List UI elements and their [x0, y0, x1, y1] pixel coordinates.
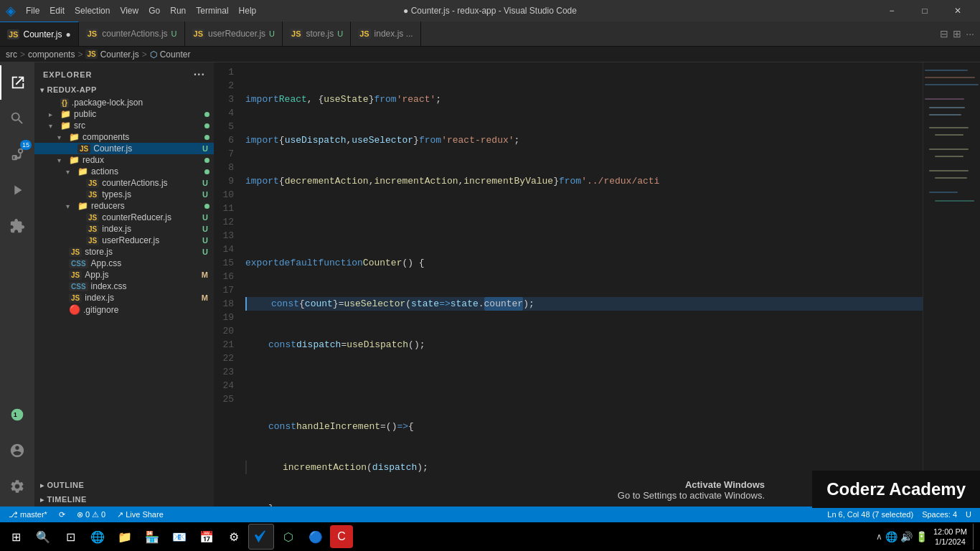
- list-item[interactable]: JS counterReducer.js U: [34, 212, 214, 223]
- timeline-section[interactable]: ▸ TIMELINE: [34, 492, 214, 507]
- layout-icon[interactable]: ⊞: [953, 28, 961, 39]
- code-line-9: const handleIncrement = () => {: [245, 420, 923, 433]
- cursor-position[interactable]: Ln 6, Col 48 (7 selected): [824, 510, 916, 519]
- activity-extensions[interactable]: [0, 209, 34, 243]
- project-header[interactable]: ▾ REDUX-APP: [34, 84, 214, 95]
- tab-user-reducer[interactable]: JS userReducer.js U: [185, 22, 283, 46]
- code-area[interactable]: 1 2 3 4 5 6 7 8 9 10 11 12 13 14 15 16 1…: [214, 62, 980, 507]
- menu-selection[interactable]: Selection: [70, 4, 114, 17]
- activity-source-control[interactable]: 15: [0, 137, 34, 171]
- svg-rect-9: [935, 134, 963, 136]
- explorer-taskbar-button[interactable]: 📁: [112, 524, 138, 550]
- sidebar-more-icon[interactable]: ···: [194, 68, 205, 81]
- activity-settings[interactable]: [0, 469, 34, 504]
- breadcrumb-components[interactable]: components: [28, 50, 75, 60]
- breadcrumb-src[interactable]: src: [6, 50, 17, 60]
- list-item[interactable]: CSS index.css: [34, 281, 214, 292]
- show-desktop-button[interactable]: [973, 524, 977, 550]
- split-editor-icon[interactable]: ⊟: [940, 28, 948, 39]
- minimize-button[interactable]: −: [875, 0, 908, 22]
- list-item[interactable]: JS counterActions.js U: [34, 177, 214, 189]
- svg-rect-5: [925, 98, 964, 100]
- tab-index[interactable]: JS index.js ...: [351, 22, 421, 46]
- calendar-button[interactable]: 📅: [194, 524, 220, 550]
- maximize-button[interactable]: □: [908, 0, 941, 22]
- taskbar-time[interactable]: 12:00 PM 1/1/2024: [930, 527, 970, 547]
- file-label: userReducer.js: [102, 235, 159, 245]
- modified-badge: U: [202, 144, 208, 153]
- list-item[interactable]: ▸ 📁 public: [34, 108, 214, 120]
- sync-button[interactable]: ⟳: [56, 510, 68, 519]
- git-icon: 🔴: [69, 304, 80, 315]
- code-editor[interactable]: import React, {useState} from 'react'; i…: [242, 62, 923, 507]
- list-item[interactable]: ▾ 📁 redux: [34, 154, 214, 166]
- list-item[interactable]: JS store.js U: [34, 246, 214, 258]
- more-actions-icon[interactable]: ···: [966, 28, 974, 39]
- list-item[interactable]: JS Counter.js U: [34, 143, 214, 154]
- list-item[interactable]: ▾ 📁 components: [34, 131, 214, 143]
- start-button[interactable]: ⊞: [3, 524, 29, 550]
- list-item[interactable]: JS types.js U: [34, 189, 214, 200]
- menu-help[interactable]: Help: [235, 4, 261, 17]
- svg-rect-7: [929, 114, 961, 116]
- network-icon[interactable]: 🌐: [885, 531, 897, 542]
- list-item[interactable]: {} .package-lock.json: [34, 97, 214, 108]
- warning-icon: ⚠: [92, 510, 99, 519]
- live-share-button[interactable]: ↗ Live Share: [114, 510, 166, 519]
- menu-go[interactable]: Go: [144, 4, 164, 17]
- outline-section[interactable]: ▸ OUTLINE: [34, 478, 214, 492]
- close-button[interactable]: ✕: [941, 0, 974, 22]
- tab-counter-actions[interactable]: JS counterActions.js U: [79, 22, 185, 46]
- js-file-icon: JS: [69, 270, 82, 280]
- menu-file[interactable]: File: [22, 4, 44, 17]
- vscode-taskbar[interactable]: [248, 524, 274, 550]
- tab-counter[interactable]: JS Counter.js ●: [0, 22, 79, 46]
- menu-edit[interactable]: Edit: [45, 4, 69, 17]
- activity-run[interactable]: [0, 173, 34, 207]
- file-label: counterActions.js: [102, 178, 167, 188]
- tab-store[interactable]: JS store.js U: [283, 22, 351, 46]
- list-item[interactable]: ▾ 📁 actions: [34, 166, 214, 177]
- breadcrumb-symbol[interactable]: Counter: [160, 50, 191, 60]
- tab-user-reducer-label: userReducer.js: [208, 29, 265, 39]
- encoding-setting[interactable]: U: [963, 510, 974, 519]
- menu-terminal[interactable]: Terminal: [192, 4, 232, 17]
- git-branch[interactable]: ⎇ master*: [6, 510, 50, 519]
- activity-explorer[interactable]: [0, 65, 34, 100]
- list-item[interactable]: ▾ 📁 reducers: [34, 200, 214, 212]
- spaces-setting[interactable]: Spaces: 4: [919, 510, 960, 519]
- breadcrumb-file[interactable]: Counter.js: [100, 50, 139, 60]
- menu-run[interactable]: Run: [166, 4, 190, 17]
- chevron-down-icon: ▾: [57, 156, 69, 164]
- nodejs-button[interactable]: ⬡: [275, 524, 301, 550]
- list-item[interactable]: 🔴 .gitignore: [34, 303, 214, 316]
- list-item[interactable]: JS index.js U: [34, 223, 214, 235]
- list-item[interactable]: CSS App.css: [34, 258, 214, 269]
- activity-remote[interactable]: 1: [0, 397, 34, 432]
- settings-taskbar-button[interactable]: ⚙: [221, 524, 247, 550]
- menu-view[interactable]: View: [116, 4, 143, 17]
- tab-store-label: store.js: [306, 29, 334, 39]
- list-item[interactable]: JS userReducer.js U: [34, 235, 214, 246]
- tab-counter-label: Counter.js: [23, 29, 62, 39]
- folder-label: actions: [91, 166, 118, 176]
- chrome-button[interactable]: 🔵: [303, 524, 329, 550]
- mail-button[interactable]: 📧: [166, 524, 192, 550]
- minimap: [923, 62, 980, 507]
- list-item[interactable]: ▾ 📁 src: [34, 120, 214, 131]
- svg-text:1: 1: [14, 411, 17, 418]
- activity-search[interactable]: [0, 101, 34, 136]
- chevron-right-icon: ▸: [40, 496, 44, 504]
- edge-button[interactable]: 🌐: [85, 524, 110, 550]
- errors-count[interactable]: ⊗ 0 ⚠ 0: [74, 510, 108, 519]
- task-view-button[interactable]: ⊡: [57, 524, 83, 550]
- speaker-icon[interactable]: 🔊: [900, 531, 913, 542]
- js-file-icon: JS: [86, 225, 99, 234]
- app-button-red[interactable]: C: [330, 525, 353, 548]
- activity-account[interactable]: [0, 433, 34, 468]
- search-taskbar-button[interactable]: 🔍: [30, 524, 56, 550]
- up-arrow-icon[interactable]: ∧: [876, 532, 882, 542]
- store-button[interactable]: 🏪: [139, 524, 165, 550]
- list-item[interactable]: JS index.js M: [34, 292, 214, 303]
- list-item[interactable]: JS App.js M: [34, 269, 214, 281]
